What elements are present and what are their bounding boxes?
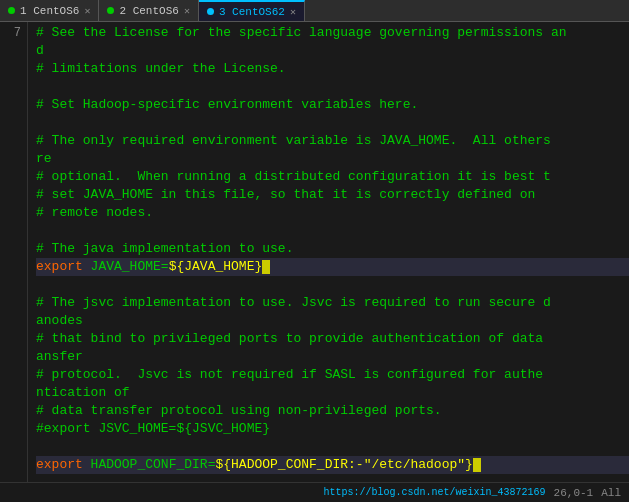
code-line-17: anodes [36, 312, 629, 330]
tab-1[interactable]: 1 CentOS6 ✕ [0, 0, 99, 21]
tab-dot-3 [207, 8, 214, 15]
code-line-1: # See the License for the specific langu… [36, 24, 629, 42]
line-num [0, 438, 21, 456]
code-space-14: JAVA_HOME= [83, 259, 169, 274]
code-line-7: # The only required environment variable… [36, 132, 629, 150]
code-line-14: export JAVA_HOME=${JAVA_HOME} [36, 258, 629, 276]
code-line-21: ntication of [36, 384, 629, 402]
code-text-25: HADOOP_CONF_DIR= [83, 457, 216, 472]
editor: 7 # See the License for the specific lan… [0, 22, 629, 482]
code-line-6 [36, 114, 629, 132]
line-num [0, 312, 21, 330]
tab-3[interactable]: 3 CentOS62 ✕ [199, 0, 305, 21]
line-num: 7 [0, 24, 21, 42]
status-right: https://blog.csdn.net/weixin_43872169 26… [324, 487, 621, 499]
line-num [0, 330, 21, 348]
code-line-25: export HADOOP_CONF_DIR=${HADOOP_CONF_DIR… [36, 456, 629, 474]
code-line-16: # The jsvc implementation to use. Jsvc i… [36, 294, 629, 312]
tab-bar: 1 CentOS6 ✕ 2 CentOS6 ✕ 3 CentOS62 ✕ [0, 0, 629, 22]
code-line-5: # Set Hadoop-specific environment variab… [36, 96, 629, 114]
export-keyword-25: export [36, 457, 83, 472]
line-num [0, 222, 21, 240]
line-num [0, 258, 21, 276]
line-num [0, 294, 21, 312]
code-line-15 [36, 276, 629, 294]
code-line-4 [36, 78, 629, 96]
line-num [0, 384, 21, 402]
line-num [0, 456, 21, 474]
line-num [0, 420, 21, 438]
line-num [0, 348, 21, 366]
code-line-22: # data transfer protocol using non-privi… [36, 402, 629, 420]
code-line-18: # that bind to privileged ports to provi… [36, 330, 629, 348]
line-num [0, 96, 21, 114]
line-num [0, 240, 21, 258]
status-url: https://blog.csdn.net/weixin_43872169 [324, 487, 546, 498]
tab-dot-2 [107, 7, 114, 14]
code-line-11: # remote nodes. [36, 204, 629, 222]
tab-1-label: 1 CentOS6 [20, 5, 79, 17]
code-line-8: re [36, 150, 629, 168]
code-line-13: # The java implementation to use. [36, 240, 629, 258]
line-num [0, 132, 21, 150]
code-line-19: ansfer [36, 348, 629, 366]
status-right-num: All [601, 487, 621, 499]
var-ref-25: ${HADOOP_CONF_DIR:-"/etc/hadoop"} [215, 457, 472, 472]
line-num [0, 366, 21, 384]
code-line-24 [36, 438, 629, 456]
tab-3-close[interactable]: ✕ [290, 6, 296, 18]
code-line-9: # optional. When running a distributed c… [36, 168, 629, 186]
var-ref-14: ${JAVA_HOME} [169, 259, 263, 274]
tab-3-label: 3 CentOS62 [219, 6, 285, 18]
status-bar: https://blog.csdn.net/weixin_43872169 26… [0, 482, 629, 502]
tab-1-close[interactable]: ✕ [84, 5, 90, 17]
line-num [0, 150, 21, 168]
status-position: 26,0-1 [554, 487, 594, 499]
line-num [0, 60, 21, 78]
export-keyword-14: export [36, 259, 83, 274]
line-num [0, 186, 21, 204]
code-line-20: # protocol. Jsvc is not required if SASL… [36, 366, 629, 384]
code-content[interactable]: # See the License for the specific langu… [28, 22, 629, 482]
status-left [8, 487, 15, 499]
cursor-14 [262, 260, 270, 274]
code-line-12 [36, 222, 629, 240]
code-line-23: #export JSVC_HOME=${JSVC_HOME} [36, 420, 629, 438]
line-num [0, 42, 21, 60]
line-num [0, 402, 21, 420]
tab-2[interactable]: 2 CentOS6 ✕ [99, 0, 198, 21]
code-line-3: # limitations under the License. [36, 60, 629, 78]
line-num [0, 114, 21, 132]
code-line-2: d [36, 42, 629, 60]
cursor-25 [473, 458, 481, 472]
tab-2-close[interactable]: ✕ [184, 5, 190, 17]
tab-2-label: 2 CentOS6 [119, 5, 178, 17]
line-num [0, 78, 21, 96]
line-num [0, 276, 21, 294]
line-num [0, 168, 21, 186]
code-line-10: # set JAVA_HOME in this file, so that it… [36, 186, 629, 204]
line-numbers: 7 [0, 22, 28, 482]
tab-dot-1 [8, 7, 15, 14]
line-num [0, 204, 21, 222]
